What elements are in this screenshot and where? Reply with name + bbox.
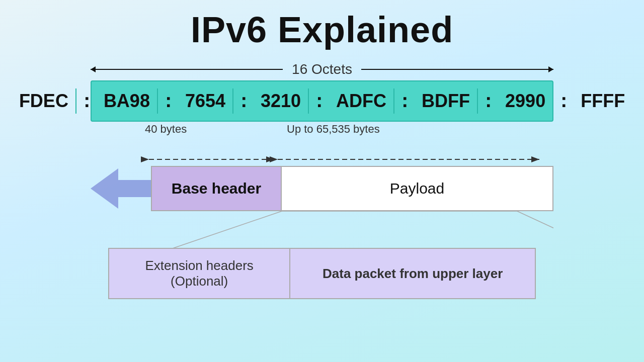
main-container: IPv6 Explained 16 Octets FDEC ： BA98 ： 7… <box>0 0 644 362</box>
lower-section: Extension headers(Optional) Data packet … <box>0 211 644 299</box>
svg-line-3 <box>171 211 282 249</box>
colon-2: ： <box>158 89 178 114</box>
ipv6-seg-4: ADFC <box>329 88 394 114</box>
octets-arrow-left <box>91 69 283 70</box>
ipv6-seg-3: 3210 <box>254 88 309 114</box>
ipv6-seg-1: BA98 <box>97 88 158 114</box>
colon-1: ： <box>76 89 97 114</box>
payload-label: Payload <box>390 180 444 197</box>
base-header-label: Base header <box>172 180 261 197</box>
svg-line-4 <box>517 211 553 249</box>
ipv6-seg-5: BDFF <box>415 88 478 114</box>
lower-box: Extension headers(Optional) Data packet … <box>108 248 536 299</box>
ipv6-seg-2: 7654 <box>178 88 233 114</box>
colon-5: ： <box>394 89 415 114</box>
boxes-row-container: Base header Payload <box>91 166 553 211</box>
ipv6-seg-6: 2990 <box>498 88 553 114</box>
data-packet-box: Data packet from upper layer <box>290 249 535 298</box>
dashed-arrows-area: 40 bytes Up to 65,535 bytes <box>91 136 553 166</box>
converge-svg <box>91 211 553 249</box>
ipv6-seg-0: FDEC <box>12 88 76 114</box>
page-title: IPv6 Explained <box>191 9 453 50</box>
base-header-box: Base header <box>151 166 282 211</box>
extension-headers-label: Extension headers(Optional) <box>145 258 253 289</box>
extension-headers-box: Extension headers(Optional) <box>109 249 290 298</box>
octets-section: 16 Octets FDEC ： BA98 ： 7654 ： 3210 ： AD… <box>91 61 553 122</box>
payload-box: Payload <box>282 166 553 211</box>
octets-arrow-right <box>361 69 553 70</box>
colon-3: ： <box>233 89 254 114</box>
octets-label-row: 16 Octets <box>91 61 553 77</box>
data-packet-label: Data packet from upper layer <box>323 266 503 282</box>
colon-4: ： <box>309 89 329 114</box>
colon-7: ： <box>553 89 574 114</box>
big-arrow-left-svg <box>91 166 151 211</box>
label-65535bytes: Up to 65,535 bytes <box>287 123 380 136</box>
ipv6-address-bar: FDEC ： BA98 ： 7654 ： 3210 ： ADFC ： BDFF … <box>91 80 553 122</box>
dashed-arrows-svg <box>91 151 553 168</box>
colon-6: ： <box>478 89 498 114</box>
packet-section: 40 bytes Up to 65,535 bytes <box>91 136 553 211</box>
octets-label: 16 Octets <box>283 61 361 77</box>
ipv6-seg-7: FFFF <box>574 88 632 114</box>
svg-marker-2 <box>91 168 151 209</box>
label-40bytes: 40 bytes <box>145 123 187 136</box>
